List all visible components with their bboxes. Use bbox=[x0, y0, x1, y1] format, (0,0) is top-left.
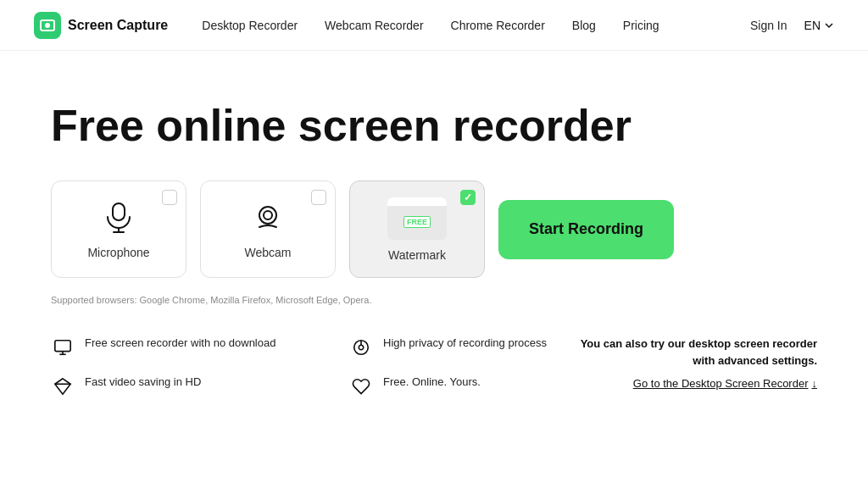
svg-point-5 bbox=[259, 207, 276, 224]
webcam-checkbox[interactable] bbox=[311, 190, 326, 205]
microphone-icon bbox=[102, 200, 136, 237]
feature-hd: Fast video saving in HD bbox=[51, 375, 281, 398]
chevron-down-icon bbox=[824, 20, 834, 31]
logo-text: Screen Capture bbox=[68, 18, 168, 33]
nav-right: Sign In EN bbox=[750, 19, 834, 32]
watermark-preview: FREE bbox=[387, 197, 447, 240]
watermark-option[interactable]: FREE Watermark bbox=[349, 180, 485, 278]
watermark-label: Watermark bbox=[388, 248, 446, 262]
signin-button[interactable]: Sign In bbox=[750, 19, 787, 32]
nav-links: Desktop Recorder Webcam Recorder Chrome … bbox=[202, 19, 750, 32]
logo-icon bbox=[34, 12, 61, 39]
watermark-checkbox[interactable] bbox=[460, 190, 476, 205]
feature-privacy-text: High privacy of recording process bbox=[383, 336, 547, 351]
webcam-label: Webcam bbox=[245, 246, 292, 259]
microphone-checkbox[interactable] bbox=[162, 190, 177, 205]
svg-marker-13 bbox=[55, 379, 70, 394]
nav-blog[interactable]: Blog bbox=[572, 19, 596, 32]
arrow-down-icon: ↓ bbox=[812, 377, 818, 390]
feature-free-online: Free. Online. Yours. bbox=[349, 375, 580, 398]
diamond-icon bbox=[51, 375, 75, 398]
logo[interactable]: Screen Capture bbox=[34, 12, 168, 39]
desktop-recorder-link[interactable]: Go to the Desktop Screen Recorder ↓ bbox=[633, 377, 817, 390]
webcam-option[interactable]: Webcam bbox=[200, 180, 336, 278]
navbar: Screen Capture Desktop Recorder Webcam R… bbox=[0, 0, 868, 51]
webcam-icon bbox=[251, 200, 285, 237]
feature-privacy: High privacy of recording process bbox=[349, 336, 580, 359]
svg-point-6 bbox=[264, 211, 272, 219]
svg-rect-7 bbox=[55, 341, 70, 352]
supported-browsers-text: Supported browsers: Google Chrome, Mozil… bbox=[51, 295, 817, 305]
hero-title: Free online screen recorder bbox=[51, 102, 644, 150]
language-selector[interactable]: EN bbox=[804, 19, 834, 32]
heart-icon bbox=[349, 375, 373, 398]
desktop-promo-section: You can also try our desktop screen reco… bbox=[580, 336, 817, 391]
feature-free-download-text: Free screen recorder with no download bbox=[85, 336, 275, 351]
recorder-options-row: Microphone Webcam FREE Watermark bbox=[51, 180, 817, 278]
monitor-icon bbox=[51, 336, 75, 359]
microphone-label: Microphone bbox=[87, 246, 149, 259]
nav-webcam-recorder[interactable]: Webcam Recorder bbox=[325, 19, 423, 32]
feature-free-online-text: Free. Online. Yours. bbox=[383, 375, 481, 390]
hero-section: Free online screen recorder Microphone bbox=[0, 51, 868, 424]
feature-hd-text: Fast video saving in HD bbox=[85, 375, 201, 390]
svg-rect-2 bbox=[113, 203, 125, 220]
features-section: Free screen recorder with no download Hi… bbox=[51, 336, 817, 398]
start-recording-button[interactable]: Start Recording bbox=[498, 200, 674, 259]
nav-desktop-recorder[interactable]: Desktop Recorder bbox=[202, 19, 298, 32]
desktop-promo-text: You can also try our desktop screen reco… bbox=[580, 336, 817, 369]
features-grid: Free screen recorder with no download Hi… bbox=[51, 336, 580, 398]
microphone-option[interactable]: Microphone bbox=[51, 180, 186, 278]
nav-pricing[interactable]: Pricing bbox=[623, 19, 659, 32]
nav-chrome-recorder[interactable]: Chrome Recorder bbox=[451, 19, 545, 32]
svg-point-1 bbox=[45, 23, 50, 28]
shield-icon bbox=[349, 336, 373, 359]
svg-point-11 bbox=[359, 345, 364, 350]
feature-free-download: Free screen recorder with no download bbox=[51, 336, 281, 359]
